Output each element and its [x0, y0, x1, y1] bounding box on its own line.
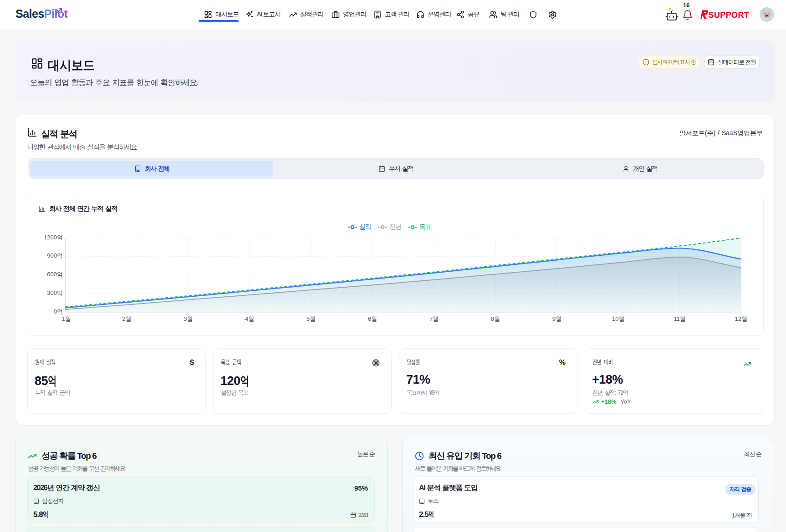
svg-text:3월: 3월: [184, 315, 193, 322]
svg-text:5월: 5월: [306, 315, 316, 322]
svg-text:900억: 900억: [47, 252, 63, 259]
svg-text:11월: 11월: [674, 315, 686, 322]
svg-text:10월: 10월: [612, 315, 624, 322]
svg-text:0억: 0억: [54, 308, 63, 315]
svg-text:4월: 4월: [245, 315, 254, 322]
svg-text:8월: 8월: [491, 315, 500, 322]
svg-text:300억: 300억: [47, 289, 63, 296]
svg-text:2월: 2월: [122, 315, 131, 322]
svg-text:1200억: 1200억: [44, 234, 63, 241]
svg-text:7월: 7월: [429, 315, 439, 322]
svg-text:1월: 1월: [62, 315, 71, 322]
svg-text:12월: 12월: [735, 315, 747, 322]
svg-text:600억: 600억: [47, 271, 63, 278]
svg-text:9월: 9월: [552, 315, 561, 322]
svg-text:6월: 6월: [368, 315, 377, 322]
svg-text:SUPPORT: SUPPORT: [709, 10, 750, 20]
